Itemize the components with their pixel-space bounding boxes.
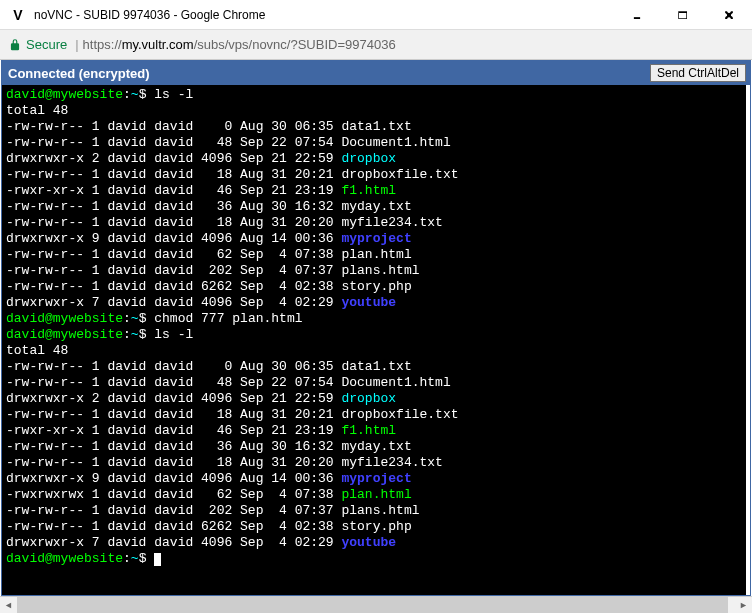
window-controls: 🗕 🗖 🗙 — [614, 0, 752, 29]
vnc-status-bar: Connected (encrypted) Send CtrlAltDel — [2, 61, 750, 85]
scroll-right-button[interactable]: ► — [735, 597, 752, 614]
secure-label: Secure — [26, 37, 67, 52]
window-title: noVNC - SUBID 9974036 - Google Chrome — [34, 8, 614, 22]
maximize-button[interactable]: 🗖 — [660, 0, 706, 30]
send-ctrlaltdel-button[interactable]: Send CtrlAltDel — [650, 64, 746, 82]
scroll-left-button[interactable]: ◄ — [0, 597, 17, 614]
url-text: https://my.vultr.com/subs/vps/novnc/?SUB… — [83, 37, 396, 52]
terminal-output[interactable]: david@mywebsite:~$ ls -l total 48 -rw-rw… — [2, 85, 746, 595]
horizontal-scrollbar[interactable]: ◄ ► — [0, 596, 752, 613]
app-icon: V — [8, 5, 28, 25]
window-titlebar: V noVNC - SUBID 9974036 - Google Chrome … — [0, 0, 752, 30]
lock-icon — [8, 38, 22, 52]
vnc-status-text: Connected (encrypted) — [8, 66, 150, 81]
scroll-thumb[interactable] — [17, 597, 728, 613]
url-divider: | — [75, 37, 78, 52]
close-button[interactable]: 🗙 — [706, 0, 752, 30]
scroll-track[interactable] — [17, 597, 735, 613]
address-bar[interactable]: Secure | https://my.vultr.com/subs/vps/n… — [0, 30, 752, 60]
minimize-button[interactable]: 🗕 — [614, 0, 660, 30]
